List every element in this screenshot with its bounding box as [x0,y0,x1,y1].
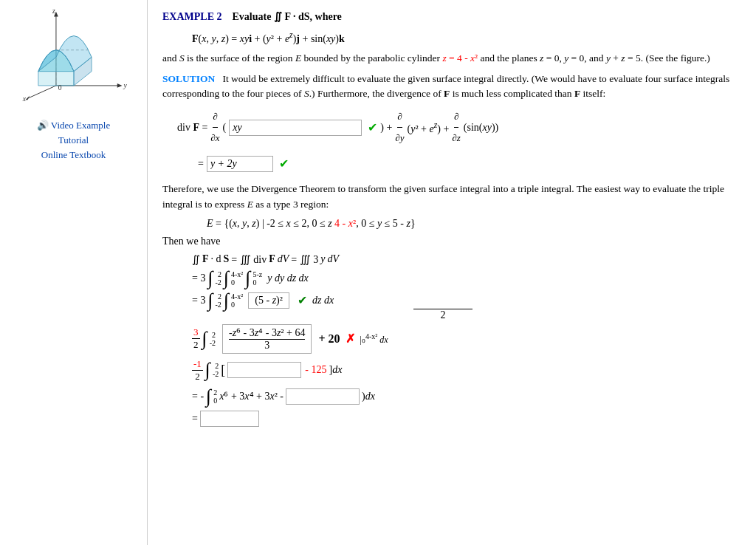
solution-label: SOLUTION [162,73,215,84]
boxed-expr: (5 - z)² [248,292,289,309]
int-symbol-1: ∫ [207,269,213,288]
solution-paragraph: SOLUTION It would be extremely difficult… [162,72,738,102]
divergence-theorem-text: Therefore, we use the Divergence Theorem… [162,182,738,212]
int-limits-4: 2 -2 [216,292,221,309]
div-f-line1: div F = ∂ ∂x ( ✔ ) + ∂ ∂y (y² + ez) + ∂ … [177,107,738,148]
integrand-1: y dy dz dx [267,272,309,284]
input-box-mid[interactable] [227,362,301,378]
div-f-label: div F = [177,117,207,138]
int-symbol-2: ∫ [224,269,229,288]
sidebar-links: 🔊 Video Example Tutorial Online Textbook [37,120,110,161]
plus-20: + 20 [318,332,340,346]
partial-z: ∂ ∂z [452,107,461,148]
div-f-section: div F = ∂ ∂x ( ✔ ) + ∂ ∂y (y² + ez) + ∂ … [177,107,738,176]
int-limits-8: 2 0 [213,388,217,405]
integral-equality-1: ∬ F · dS = ∭ div F dV = ∭ 3y dV [192,253,738,266]
video-icon: 🔊 [37,120,49,131]
integral-equality-3: = 3 ∫ 2 -2 ∫ 4-x² 0 (5 - z)² ✔ dz dx [192,291,738,310]
set-e: E = {(x, y, z) | -2 ≤ x ≤ 2, 0 ≤ z 4 - x… [207,218,738,230]
bracket-close-dx: ]dx [329,364,342,376]
int-symbol-8: ∫ [206,387,211,406]
poly-expr: x⁶ + 3x⁴ + 3x² - [219,390,284,402]
video-example-link[interactable]: 🔊 Video Example [37,120,110,131]
int-limits-5: 4-x² 0 [231,292,243,309]
boxed-numer: (5 - z)² [255,295,283,306]
partial-x: ∂ ∂x [210,107,219,148]
div-f-input-1[interactable] [229,120,362,136]
check-3: ✔ [298,293,307,307]
integral-equality-7: = [192,411,738,427]
int-limits-1: 2 -2 [216,270,221,287]
div-f-input-2[interactable] [207,156,273,172]
example-title: Evaluate ∬ F · dS, where [233,11,342,22]
svg-line-3 [27,86,56,98]
int-symbol-7: ∫ [205,360,210,380]
then-we-have: Then we have [162,236,738,247]
3d-figure: z x y 0 [15,7,133,111]
int-symbol-4: ∫ [207,291,213,310]
frac-3-2: 3 2 [192,326,200,351]
int-symbol-5: ∫ [224,291,229,310]
frac-neg1-2: -1 2 [192,358,203,383]
integral-equality-5: -1 2 ∫ 2 -2 [ - 125 ]dx [192,358,738,383]
input-box-last[interactable] [286,388,360,405]
integral-equality-4: 3 2 ∫ 2 -2 -z⁶ - 3z⁴ - 3z² + 64 3 + 20 ✗… [192,324,738,354]
surface-description: and S is the surface of the region E bou… [162,51,738,66]
main-content: EXAMPLE 2 Evaluate ∬ F · dS, where F(x, … [148,0,756,545]
int-symbol-3: ∫ [245,269,250,288]
close-paren: ) + [380,117,392,138]
limits-notation: |₀4-x² dx [360,332,388,346]
div-f-line2: = ✔ [198,152,738,176]
cross-mark: ✗ [346,332,355,346]
example-label: EXAMPLE 2 [162,11,222,22]
bracket-open: [ [221,363,225,378]
svg-text:0: 0 [58,83,61,92]
int-limits-7: 2 -2 [213,362,219,378]
integrand-2: dz dx [312,295,334,306]
boxed-long-denom: 3 [229,339,305,352]
svg-text:y: y [123,81,127,89]
term2: (y² + ez) + [408,117,450,140]
term3: (sin(xy)) [464,117,498,138]
equals-sign: = [198,154,204,174]
eq-3: = 3 [192,272,205,284]
formula-f: F(x, y, z) = xyi + (y² + ez)j + sin(xy)k [192,30,738,45]
dx-end: )dx [362,391,375,402]
sidebar: z x y 0 🔊 V [0,0,148,545]
integral-equality-6: = - ∫ 2 0 x⁶ + 3x⁴ + 3x² - )dx [192,387,738,406]
denom-2: 2 [413,309,472,321]
int-limits-3: 5-z 0 [252,270,262,287]
online-textbook-link[interactable]: Online Textbook [41,149,106,161]
boxed-long-expr: -z⁶ - 3z⁴ - 3z² + 64 3 [222,324,312,354]
svg-marker-7 [117,83,122,88]
input-final[interactable] [200,411,259,427]
minus-125: - 125 [305,364,326,376]
partial-y: ∂ ∂y [395,107,404,148]
int-symbol-6: ∫ [202,329,207,349]
integral-equality-2: = 3 ∫ 2 -2 ∫ 4-x² 0 ∫ 5-z 0 y dy dz dx [192,269,738,288]
paren-open: ( [223,117,227,138]
eq-minus: = - [192,391,204,402]
int-limits-2: 4-x² 0 [231,270,243,287]
boxed-long-numer: -z⁶ - 3z⁴ - 3z² + 64 [229,326,305,339]
final-eq: = [192,413,198,425]
check-1: ✔ [368,116,377,140]
svg-text:x: x [21,95,26,103]
check-2: ✔ [279,152,289,176]
eq-3b: = 3 [192,295,205,306]
svg-text:z: z [52,7,55,15]
example-header: EXAMPLE 2 Evaluate ∬ F · dS, where [162,10,738,23]
int-limits-6: 2 -2 [210,331,216,347]
figure-svg: z x y 0 [15,7,133,103]
tutorial-link[interactable]: Tutorial [58,134,89,146]
